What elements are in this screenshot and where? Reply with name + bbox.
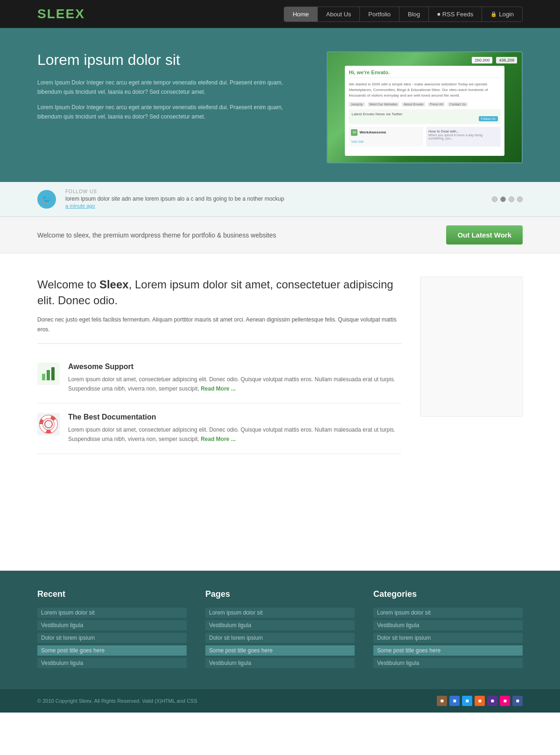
- intro-text: Donec nec justo eget felis facilisis fer…: [37, 315, 401, 344]
- nav-portfolio[interactable]: Portfolio: [360, 7, 399, 21]
- welcome-banner: Welcome to sleex, the premium wordpress …: [0, 217, 560, 253]
- feature-docs: The Best Documentation Lorem ipsum dolor…: [37, 404, 401, 454]
- main-heading: Welcome to Sleex, Lorem ipsum dolor sit …: [37, 277, 401, 308]
- footer-col-pages: Pages Lorem ipsum dolor sit Vestibulum l…: [205, 589, 355, 671]
- footer-col-categories: Categories Lorem ipsum dolor sit Vestibu…: [373, 589, 523, 671]
- mockup-stats: 260,000 436,209: [472, 57, 517, 63]
- list-item[interactable]: Some post title goes here: [37, 645, 187, 656]
- list-item[interactable]: Dolor sit lorem ipsium: [205, 633, 355, 643]
- support-read-more[interactable]: Read More ...: [201, 385, 236, 392]
- logo: SLEEX: [37, 7, 85, 21]
- delicious-icon[interactable]: ■: [449, 696, 460, 706]
- footer-recent-list: Lorem ipsum dolor sit Vestibulum ligula …: [37, 608, 187, 668]
- list-item[interactable]: Some post title goes here: [373, 645, 523, 656]
- list-item[interactable]: Vestibulum ligula: [205, 658, 355, 668]
- main-nav: Home About Us Portfolio Blog ■ RSS Feeds…: [284, 7, 523, 22]
- feature-support-desc: Lorem ipsum dolor sit amet, consectetuer…: [68, 375, 401, 394]
- docs-read-more[interactable]: Read More ...: [201, 436, 236, 442]
- dot-1[interactable]: [492, 196, 497, 202]
- hero-para1: Lorem Ipsum Dolor Integer nec arcu eget …: [37, 78, 308, 97]
- sidebar-widget: [420, 277, 523, 417]
- list-item[interactable]: Lorem ipsum dolor sit: [373, 608, 523, 618]
- myspace-icon[interactable]: ■: [487, 696, 497, 706]
- dot-4[interactable]: [517, 196, 523, 202]
- footer-categories-title: Categories: [373, 589, 523, 599]
- lock-icon: 🔒: [490, 11, 497, 17]
- main-content: Welcome to Sleex, Lorem ipsum dolor sit …: [0, 253, 560, 477]
- welcome-text: Welcome to sleex, the premium wordpress …: [37, 231, 276, 239]
- hero-section: Lorem ipsum dolor sit Lorem Ipsum Dolor …: [0, 28, 560, 182]
- feature-support-title: Awesome Support: [68, 363, 401, 371]
- bottom-bar: © 2010 Copyright Sleex. All Rights Reser…: [0, 689, 560, 713]
- social-icons: ■ ■ ■ ■ ■ ■ ■: [437, 696, 523, 706]
- tweet-time[interactable]: a minute ago: [65, 203, 95, 209]
- dot-2[interactable]: [500, 196, 506, 202]
- list-item[interactable]: Vestibulum ligula: [373, 658, 523, 668]
- twitter-bar: 🐦 FOLLOW US lorem ipsum dolor site adn a…: [0, 182, 560, 217]
- feature-support: Awesome Support Lorem ipsum dolor sit am…: [37, 353, 401, 404]
- list-item[interactable]: Dolor sit lorem ipsium: [37, 633, 187, 643]
- copyright-text: © 2010 Copyright Sleex. All Rights Reser…: [37, 698, 197, 704]
- hero-image: 260,000 436,209 Hi, we're Envato. We sta…: [327, 51, 523, 163]
- hero-mockup: 260,000 436,209 Hi, we're Envato. We sta…: [328, 52, 522, 162]
- logo-highlight: SLEEX: [37, 7, 85, 21]
- nav-about[interactable]: About Us: [318, 7, 360, 21]
- hero-para2: Lorem Ipsum Dolor Integer nec arcu eget …: [37, 103, 308, 122]
- chart-icon: [37, 363, 60, 385]
- sidebar: [420, 277, 523, 454]
- footer-recent-title: Recent: [37, 589, 187, 599]
- footer: Recent Lorem ipsum dolor sit Vestibulum …: [0, 571, 560, 689]
- nav-home[interactable]: Home: [284, 7, 318, 21]
- flickr-icon[interactable]: ■: [500, 696, 510, 706]
- svg-point-5: [45, 420, 52, 428]
- nav-blog[interactable]: Blog: [399, 7, 429, 21]
- slider-dots: [492, 196, 523, 202]
- instagram-icon[interactable]: ■: [437, 696, 447, 706]
- rss-social-icon[interactable]: ■: [475, 696, 485, 706]
- svg-rect-0: [42, 374, 45, 380]
- list-item[interactable]: Some post title goes here: [205, 645, 355, 656]
- heading-brand: Sleex: [99, 278, 129, 291]
- tweet-text: lorem ipsum dolor site adn ame lorem ips…: [65, 196, 483, 202]
- feature-support-text: Awesome Support Lorem ipsum dolor sit am…: [68, 363, 401, 394]
- rss-icon: ■: [437, 11, 441, 17]
- content-area: Welcome to Sleex, Lorem ipsum dolor sit …: [37, 277, 401, 454]
- follow-label: FOLLOW US: [65, 189, 483, 194]
- hero-text: Lorem ipsum dolor sit Lorem Ipsum Dolor …: [37, 51, 308, 127]
- nav-rss[interactable]: ■ RSS Feeds: [429, 7, 482, 21]
- hero-heading: Lorem ipsum dolor sit: [37, 51, 308, 69]
- svg-rect-1: [47, 370, 50, 380]
- list-item[interactable]: Vestibulum ligula: [373, 620, 523, 630]
- dot-3[interactable]: [509, 196, 514, 202]
- footer-categories-list: Lorem ipsum dolor sit Vestibulum ligula …: [373, 608, 523, 668]
- svg-rect-2: [51, 367, 55, 380]
- feature-docs-desc: Lorem ipsum dolor sit amet, consectetuer…: [68, 425, 401, 444]
- footer-col-recent: Recent Lorem ipsum dolor sit Vestibulum …: [37, 589, 187, 671]
- list-item[interactable]: Vestibulum ligula: [205, 620, 355, 630]
- list-item[interactable]: Lorem ipsum dolor sit: [37, 608, 187, 618]
- list-item[interactable]: Lorem ipsum dolor sit: [205, 608, 355, 618]
- feature-docs-text: The Best Documentation Lorem ipsum dolor…: [68, 413, 401, 444]
- twitter-icon[interactable]: ■: [462, 696, 472, 706]
- twitter-text: FOLLOW US lorem ipsum dolor site adn ame…: [65, 189, 483, 209]
- heading-pre: Welcome to: [37, 278, 99, 291]
- list-item[interactable]: Vestibulum ligula: [37, 658, 187, 668]
- twitter-bird-icon: 🐦: [37, 190, 56, 209]
- header: SLEEX Home About Us Portfolio Blog ■ RSS…: [0, 0, 560, 28]
- footer-pages-title: Pages: [205, 589, 355, 599]
- spacer: [0, 477, 560, 571]
- footer-pages-list: Lorem ipsum dolor sit Vestibulum ligula …: [205, 608, 355, 668]
- mockup-window: Hi, we're Envato. We started in 2006 wit…: [345, 66, 504, 156]
- latest-work-button[interactable]: Out Latest Work: [446, 225, 523, 245]
- list-item[interactable]: Vestibulum ligula: [37, 620, 187, 630]
- lifesaver-icon: [37, 413, 60, 435]
- list-item[interactable]: Dolor sit lorem ipsium: [373, 633, 523, 643]
- facebook-icon[interactable]: ■: [512, 696, 523, 706]
- nav-login[interactable]: 🔒 Login: [482, 7, 522, 21]
- feature-docs-title: The Best Documentation: [68, 413, 401, 421]
